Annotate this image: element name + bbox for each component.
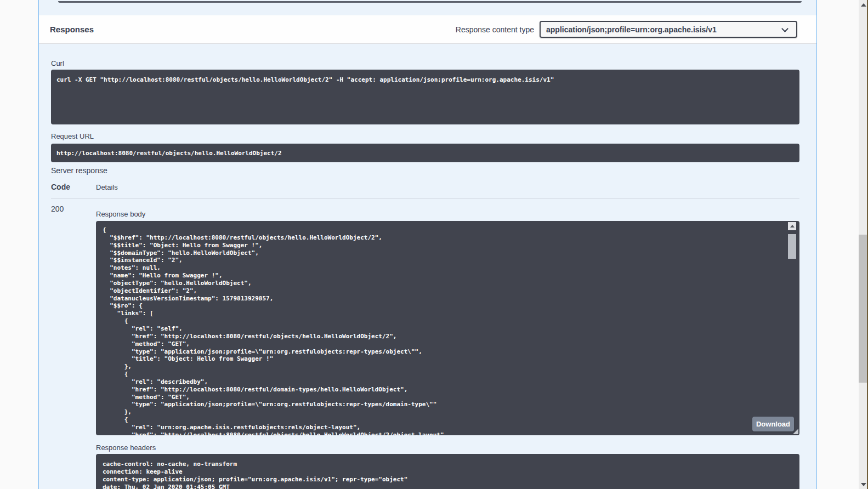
responses-title: Responses xyxy=(50,25,94,34)
get-operation-panel: Responses Response content type applicat… xyxy=(38,0,817,489)
table-divider xyxy=(51,198,799,198)
response-body-json: { "$$href": "http://localhost:8080/restf… xyxy=(103,226,784,435)
scroll-up-button[interactable] xyxy=(788,222,796,230)
response-content-type-select[interactable]: application/json;profile=urn:org.apache.… xyxy=(540,21,797,38)
responses-header: Responses Response content type applicat… xyxy=(39,15,816,44)
response-body-label: Response body xyxy=(96,210,145,218)
previous-section-edge xyxy=(58,1,802,3)
request-url-block: http://localhost:8080/restful/objects/he… xyxy=(51,144,799,162)
curl-command-text: curl -X GET "http://localhost:8080/restf… xyxy=(56,76,794,84)
arrow-up-icon xyxy=(790,225,795,228)
code-column-header: Code xyxy=(51,183,70,191)
response-content-type-label: Response content type xyxy=(456,25,534,34)
curl-label: Curl xyxy=(51,59,64,67)
response-headers-text: cache-control: no-cache, no-transform co… xyxy=(103,460,794,489)
scrollbar-thumb[interactable] xyxy=(788,234,796,259)
download-button[interactable]: Download xyxy=(752,417,794,431)
status-code: 200 xyxy=(51,204,64,213)
response-content-type-group: Response content type application/json;p… xyxy=(456,21,797,38)
response-headers-block: cache-control: no-cache, no-transform co… xyxy=(96,454,799,489)
request-url-label: Request URL xyxy=(51,132,94,140)
response-headers-label: Response headers xyxy=(96,443,156,452)
response-content-type-value: application/json;profile=urn:org.apache.… xyxy=(546,25,717,34)
chevron-down-icon xyxy=(781,25,788,32)
server-response-label: Server response xyxy=(51,166,107,175)
response-body-scrollbar[interactable] xyxy=(788,222,796,433)
arrow-down-icon xyxy=(861,483,866,486)
request-url-text: http://localhost:8080/restful/objects/he… xyxy=(56,150,282,157)
arrow-up-icon xyxy=(861,3,866,7)
details-column-header: Details xyxy=(96,183,118,191)
response-body-block: { "$$href": "http://localhost:8080/restf… xyxy=(96,221,799,435)
curl-command-block: curl -X GET "http://localhost:8080/restf… xyxy=(51,70,799,124)
